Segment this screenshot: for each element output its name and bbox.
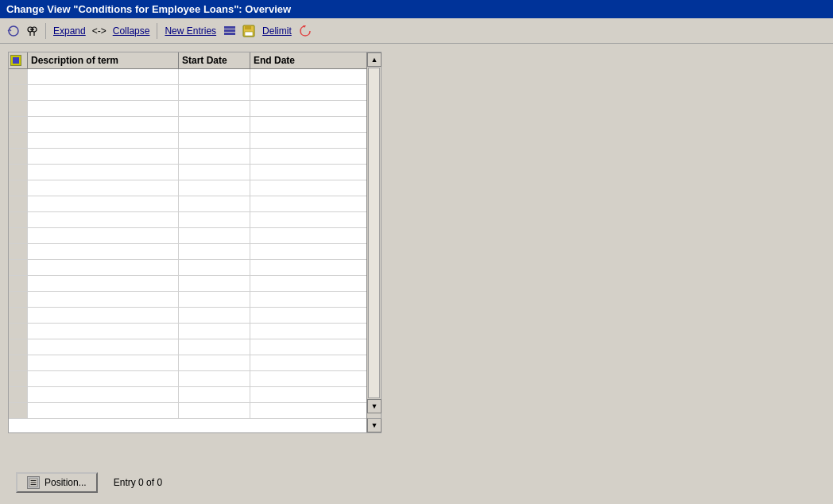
row-end-19[interactable]: [250, 371, 322, 386]
row-check-1[interactable]: [9, 85, 28, 100]
row-check-19[interactable]: [9, 371, 28, 386]
new-entries-button[interactable]: New Entries: [161, 24, 219, 38]
expand-button[interactable]: Expand: [50, 24, 89, 38]
row-start-3[interactable]: [179, 117, 250, 132]
table-row[interactable]: [9, 260, 366, 276]
row-start-21[interactable]: [179, 403, 250, 418]
row-check-18[interactable]: [9, 355, 28, 370]
table-row[interactable]: [9, 69, 366, 85]
toolbar-icon-undo[interactable]: [296, 22, 314, 40]
row-start-6[interactable]: [179, 165, 250, 180]
table-row[interactable]: [9, 244, 366, 260]
row-start-16[interactable]: [179, 324, 250, 339]
table-row[interactable]: [9, 403, 366, 419]
row-start-4[interactable]: [179, 133, 250, 148]
row-check-11[interactable]: [9, 244, 28, 259]
row-start-17[interactable]: [179, 339, 250, 355]
row-check-16[interactable]: [9, 324, 28, 339]
row-check-8[interactable]: [9, 196, 28, 211]
row-start-14[interactable]: [179, 292, 250, 307]
row-desc-12[interactable]: [28, 260, 179, 275]
table-row[interactable]: [9, 133, 366, 149]
row-end-20[interactable]: [250, 387, 322, 402]
row-check-0[interactable]: [9, 69, 28, 84]
toolbar-icon-save[interactable]: [240, 22, 258, 40]
row-end-14[interactable]: [250, 292, 322, 307]
row-start-18[interactable]: [179, 355, 250, 370]
table-row[interactable]: [9, 85, 366, 101]
row-end-15[interactable]: [250, 308, 322, 323]
toolbar-icon-search[interactable]: [24, 22, 41, 40]
row-end-16[interactable]: [250, 324, 322, 339]
row-desc-21[interactable]: [28, 403, 179, 418]
table-row[interactable]: [9, 371, 366, 387]
select-all-icon[interactable]: [10, 55, 21, 66]
toolbar-icon-rows[interactable]: [221, 22, 238, 40]
row-check-21[interactable]: [9, 403, 28, 418]
row-start-8[interactable]: [179, 196, 250, 211]
row-end-1[interactable]: [250, 85, 322, 100]
row-check-4[interactable]: [9, 133, 28, 148]
row-desc-16[interactable]: [28, 324, 179, 339]
toolbar-icon-1[interactable]: [5, 22, 22, 40]
table-row[interactable]: [9, 149, 366, 165]
row-start-10[interactable]: [179, 228, 250, 243]
scroll-bottom-btn[interactable]: ▼: [367, 418, 382, 432]
row-check-2[interactable]: [9, 101, 28, 116]
row-start-13[interactable]: [179, 276, 250, 291]
row-end-2[interactable]: [250, 101, 322, 116]
row-start-11[interactable]: [179, 244, 250, 259]
row-desc-11[interactable]: [28, 244, 179, 259]
row-start-12[interactable]: [179, 260, 250, 275]
delimit-button[interactable]: Delimit: [259, 24, 295, 38]
row-desc-7[interactable]: [28, 180, 179, 196]
row-check-13[interactable]: [9, 276, 28, 291]
row-check-3[interactable]: [9, 117, 28, 132]
row-desc-17[interactable]: [28, 339, 179, 355]
position-button[interactable]: Position...: [16, 472, 98, 493]
row-check-20[interactable]: [9, 387, 28, 402]
table-row[interactable]: [9, 339, 366, 355]
row-start-2[interactable]: [179, 101, 250, 116]
scroll-down-btn[interactable]: ▼: [367, 399, 382, 413]
row-desc-1[interactable]: [28, 85, 179, 100]
row-desc-10[interactable]: [28, 228, 179, 243]
table-row[interactable]: [9, 355, 366, 371]
table-row[interactable]: [9, 308, 366, 324]
row-desc-15[interactable]: [28, 308, 179, 323]
row-start-9[interactable]: [179, 212, 250, 227]
row-start-0[interactable]: [179, 69, 250, 84]
row-check-7[interactable]: [9, 180, 28, 196]
row-end-11[interactable]: [250, 244, 322, 259]
table-row[interactable]: [9, 196, 366, 212]
row-desc-13[interactable]: [28, 276, 179, 291]
row-end-5[interactable]: [250, 149, 322, 164]
table-row[interactable]: [9, 324, 366, 339]
row-check-9[interactable]: [9, 212, 28, 227]
row-desc-19[interactable]: [28, 371, 179, 386]
table-row[interactable]: [9, 212, 366, 228]
row-desc-2[interactable]: [28, 101, 179, 116]
row-end-21[interactable]: [250, 403, 322, 418]
row-desc-20[interactable]: [28, 387, 179, 402]
row-end-12[interactable]: [250, 260, 322, 275]
table-row[interactable]: [9, 180, 366, 196]
row-desc-4[interactable]: [28, 133, 179, 148]
row-check-10[interactable]: [9, 228, 28, 243]
row-desc-6[interactable]: [28, 165, 179, 180]
table-row[interactable]: [9, 117, 366, 133]
row-end-3[interactable]: [250, 117, 322, 132]
row-start-20[interactable]: [179, 387, 250, 402]
row-end-7[interactable]: [250, 180, 322, 196]
row-desc-14[interactable]: [28, 292, 179, 307]
row-desc-18[interactable]: [28, 355, 179, 370]
row-end-6[interactable]: [250, 165, 322, 180]
row-desc-9[interactable]: [28, 212, 179, 227]
scroll-track[interactable]: [368, 68, 380, 398]
row-check-14[interactable]: [9, 292, 28, 307]
row-end-13[interactable]: [250, 276, 322, 291]
row-start-1[interactable]: [179, 85, 250, 100]
row-start-5[interactable]: [179, 149, 250, 164]
row-desc-8[interactable]: [28, 196, 179, 211]
table-row[interactable]: [9, 292, 366, 308]
